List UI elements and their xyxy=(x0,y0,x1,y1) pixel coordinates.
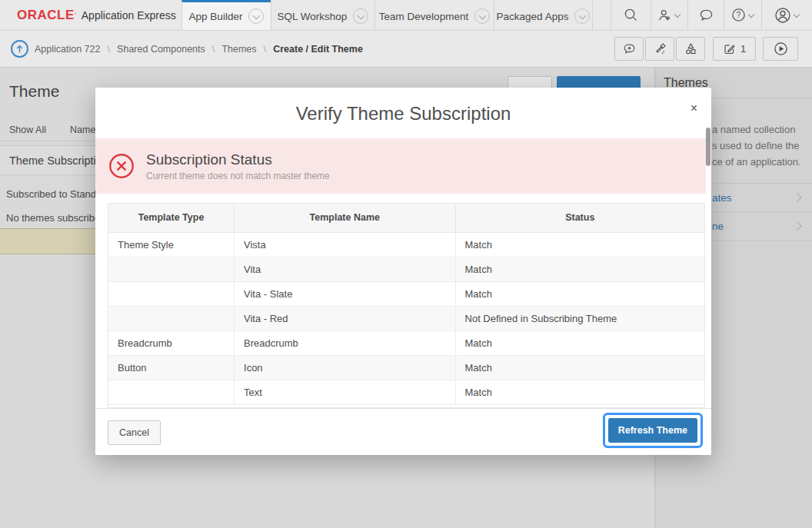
table-row: Vita - Slate Match xyxy=(108,281,704,306)
brand-text: ORACLE xyxy=(17,8,75,23)
focus-ring: Refresh Theme xyxy=(603,413,703,448)
page-title: Theme xyxy=(9,82,59,101)
table-row: Theme Style Vista Match xyxy=(108,232,704,257)
breadcrumb-separator: \ xyxy=(212,43,215,55)
breadcrumb-shared-components[interactable]: Shared Components xyxy=(117,44,205,55)
cell: Icon xyxy=(235,355,456,380)
users-icon xyxy=(658,8,672,22)
top-navbar: ORACLE’ Application Express App Builder … xyxy=(0,0,812,31)
cell: Match xyxy=(455,330,704,355)
svg-text:?: ? xyxy=(736,11,740,19)
cell: Match xyxy=(455,281,704,306)
tab-name[interactable]: Name xyxy=(70,125,95,135)
cell: Vita - Red xyxy=(235,306,456,330)
run-icon xyxy=(774,42,788,56)
table-header-row: Template Type Template Name Status xyxy=(108,204,704,232)
chevron-down-icon xyxy=(248,8,264,24)
feedback-comment-button[interactable] xyxy=(614,37,644,61)
dialog-title: Verify Theme Subscription xyxy=(95,88,711,140)
breadcrumb-separator: \ xyxy=(264,43,267,55)
administration-button[interactable] xyxy=(651,0,687,30)
help-button[interactable]: ? xyxy=(724,0,761,30)
error-icon xyxy=(108,153,135,179)
cell: Vita - Slate xyxy=(235,281,456,306)
cell: Match xyxy=(455,380,704,404)
run-application-button[interactable] xyxy=(763,37,798,61)
dialog-header: Verify Theme Subscription × xyxy=(95,88,711,138)
tab-team-development[interactable]: Team Development xyxy=(374,0,494,30)
shapes-icon xyxy=(684,42,697,55)
table-row: Button Icon Match xyxy=(108,355,704,380)
oracle-logo: ORACLE’ Application Express xyxy=(0,0,181,30)
user-icon xyxy=(774,7,791,24)
search-button[interactable] xyxy=(611,0,651,30)
topbar-icon-group: ? xyxy=(611,0,812,30)
region-title: Theme Subscriptio xyxy=(9,154,102,167)
column-template-name: Template Name xyxy=(235,204,456,232)
breadcrumb-themes[interactable]: Themes xyxy=(221,44,256,55)
tab-label: App Builder xyxy=(189,11,243,22)
chevron-down-icon xyxy=(574,8,590,24)
cell: Button xyxy=(108,355,235,380)
cancel-button[interactable]: Cancel xyxy=(108,420,161,445)
edit-page-button[interactable]: 1 xyxy=(713,37,756,61)
main-nav-tabs: App Builder SQL Workshop Team Developmen… xyxy=(181,0,593,30)
tab-label: Packaged Apps xyxy=(497,11,569,22)
search-icon xyxy=(624,8,638,22)
cell xyxy=(108,306,235,330)
sidebar-link-label: ates xyxy=(712,192,732,204)
verify-theme-subscription-dialog: Verify Theme Subscription × Subscription… xyxy=(95,88,711,455)
chevron-down-icon xyxy=(794,12,800,18)
cell xyxy=(108,281,235,306)
tab-label: Team Development xyxy=(379,11,468,22)
cell: Text xyxy=(235,380,456,404)
alert-title: Subscription Status xyxy=(146,151,330,168)
breadcrumb-application[interactable]: Application 722 xyxy=(35,44,100,55)
tab-label: SQL Workshop xyxy=(278,11,348,22)
breadcrumb: Application 722 \ Shared Components \ Th… xyxy=(35,43,363,55)
breadcrumb-bar: Application 722 \ Shared Components \ Th… xyxy=(0,31,812,68)
tab-app-builder[interactable]: App Builder xyxy=(181,0,271,30)
up-level-button[interactable] xyxy=(11,40,28,58)
cell: Not Defined in Subscribing Theme xyxy=(455,306,704,330)
chevron-down-icon xyxy=(353,8,368,24)
chevron-right-icon xyxy=(793,221,801,230)
brand-mark: ’ xyxy=(75,12,76,19)
cell: Match xyxy=(455,232,704,257)
cell: Match xyxy=(455,355,704,380)
table-row: Vita Match xyxy=(108,257,704,281)
table-row: Vita - Red Not Defined in Subscribing Th… xyxy=(108,306,704,330)
refresh-theme-button[interactable]: Refresh Theme xyxy=(608,418,697,443)
breadcrumb-separator: \ xyxy=(107,43,110,55)
template-status-table: Template Type Template Name Status Theme… xyxy=(108,203,705,408)
cell: Breadcrumb xyxy=(235,330,456,355)
edit-page-number: 1 xyxy=(740,43,746,55)
comment-plus-icon xyxy=(623,42,636,55)
feedback-button[interactable] xyxy=(687,0,724,30)
cell xyxy=(108,257,235,281)
account-button[interactable] xyxy=(761,0,812,30)
subscription-status-alert: Subscription Status Current theme does n… xyxy=(95,138,706,194)
help-line: ce of an application. xyxy=(712,154,801,170)
tab-show-all[interactable]: Show All xyxy=(9,125,46,135)
tab-sql-workshop[interactable]: SQL Workshop xyxy=(271,0,374,30)
chevron-down-icon xyxy=(748,12,755,18)
help-line: s used to define the xyxy=(712,138,801,154)
cell: Vita xyxy=(235,257,456,281)
help-line: a named collection xyxy=(712,121,801,138)
sidebar-link-label: ne xyxy=(712,221,724,232)
shared-components-button[interactable] xyxy=(676,37,705,61)
breadcrumb-current: Create / Edit Theme xyxy=(273,44,363,55)
column-status: Status xyxy=(455,204,704,232)
help-icon: ? xyxy=(731,8,746,22)
chevron-right-icon xyxy=(793,193,801,201)
utilities-button[interactable] xyxy=(645,37,674,61)
dialog-scrollbar-thumb[interactable] xyxy=(706,128,710,166)
no-themes-line: No themes subscribe xyxy=(6,212,100,224)
table-row: Text Match xyxy=(108,380,704,404)
sidebar-help-text: a named collection s used to define the … xyxy=(712,121,801,170)
alert-message: Current theme does not match master them… xyxy=(146,171,330,181)
tab-packaged-apps[interactable]: Packaged Apps xyxy=(494,0,593,30)
apex-screen: ORACLE’ Application Express App Builder … xyxy=(0,0,812,528)
close-icon[interactable]: × xyxy=(691,102,697,115)
